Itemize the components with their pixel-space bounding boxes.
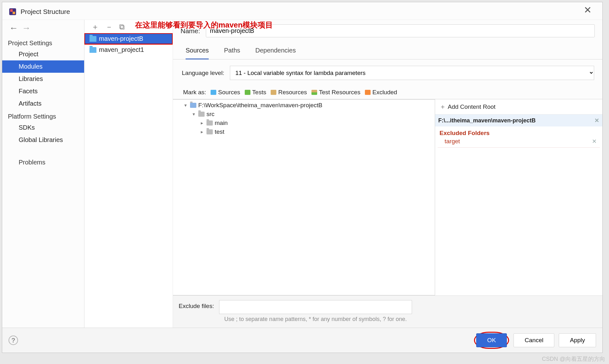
main-layout: ← → Project Settings Project Modules Lib… <box>2 20 602 328</box>
tab-dependencies[interactable]: Dependencies <box>255 46 296 59</box>
module-folder-icon <box>89 47 96 53</box>
module-tabs: Sources Paths Dependencies <box>173 40 602 59</box>
language-level-select[interactable]: 11 - Local variable syntax for lambda pa… <box>230 66 594 80</box>
mark-excluded-button[interactable]: Excluded <box>365 89 397 96</box>
plus-icon: ＋ <box>440 102 446 111</box>
mark-test-resources-button[interactable]: Test Resources <box>311 89 360 96</box>
mark-as-label: Mark as: <box>183 89 206 96</box>
forward-icon[interactable]: → <box>22 23 31 33</box>
close-icon[interactable]: ✕ <box>580 4 595 16</box>
mark-as-toolbar: Mark as: Sources Tests Resources Test Re… <box>173 83 602 99</box>
apply-button[interactable]: Apply <box>559 333 596 347</box>
module-name-input[interactable] <box>206 24 595 37</box>
exclude-files-row: Exclude files: Use ; to separate name pa… <box>173 295 602 328</box>
tree-main[interactable]: ▸ main <box>173 119 435 127</box>
app-icon <box>8 7 17 16</box>
module-label: maven_project1 <box>99 46 144 53</box>
chevron-right-icon[interactable]: ▸ <box>200 129 205 135</box>
folder-icon <box>311 90 317 95</box>
platform-settings-header: Platform Settings <box>2 110 84 121</box>
watermark: CSDN @向着五星的方向 <box>542 355 605 363</box>
source-tree[interactable]: ▾ F:\WorkSpace\itheima_maven\maven-proje… <box>173 99 435 295</box>
remove-content-root-icon[interactable]: ✕ <box>594 117 599 124</box>
sources-content: ▾ F:\WorkSpace\itheima_maven\maven-proje… <box>173 99 602 295</box>
svg-rect-2 <box>13 12 15 14</box>
project-structure-window: Project Structure ✕ ← → Project Settings… <box>2 2 603 353</box>
module-folder-icon <box>89 36 96 42</box>
module-name-row: Name: <box>173 20 602 40</box>
exclude-files-label: Exclude files: <box>179 300 214 310</box>
ok-highlight: OK <box>474 332 509 349</box>
add-module-icon[interactable]: ＋ <box>91 23 99 31</box>
excluded-item-target[interactable]: target ✕ <box>438 137 600 148</box>
module-item-maven-projectb[interactable]: maven-projectB <box>84 33 173 44</box>
sidebar-item-sdks[interactable]: SDKs <box>2 121 84 134</box>
mark-resources-button[interactable]: Resources <box>271 89 307 96</box>
tree-root[interactable]: ▾ F:\WorkSpace\itheima_maven\maven-proje… <box>173 101 435 110</box>
folder-icon <box>190 103 196 108</box>
tab-sources[interactable]: Sources <box>186 46 209 59</box>
excluded-folders-header: Excluded Folders <box>435 126 602 137</box>
exclude-files-hint: Use ; to separate name patterns, * for a… <box>219 314 412 326</box>
remove-module-icon[interactable]: － <box>105 23 113 31</box>
content-root-panel: ＋ Add Content Root F:\...itheima_maven\m… <box>435 99 602 295</box>
project-settings-header: Project Settings <box>2 36 84 48</box>
back-icon[interactable]: ← <box>9 23 18 33</box>
content-root-path[interactable]: F:\...itheima_maven\maven-projectB ✕ <box>435 114 602 126</box>
help-icon[interactable]: ? <box>9 336 18 345</box>
modules-list-panel: ＋ － ⧉ 在这里能够看到要导入的maven模块项目 maven-project… <box>84 20 173 328</box>
folder-icon <box>365 90 371 95</box>
remove-excluded-icon[interactable]: ✕ <box>592 138 597 145</box>
sidebar-item-facets[interactable]: Facets <box>2 85 84 97</box>
chevron-right-icon[interactable]: ▸ <box>200 120 205 126</box>
language-level-row: Language level: 11 - Local variable synt… <box>173 59 602 83</box>
tab-paths[interactable]: Paths <box>224 46 240 59</box>
sidebar-item-libraries[interactable]: Libraries <box>2 73 84 85</box>
window-title: Project Structure <box>21 8 70 15</box>
folder-icon <box>271 90 276 95</box>
sidebar-item-artifacts[interactable]: Artifacts <box>2 97 84 110</box>
sidebar-item-problems[interactable]: Problems <box>2 156 84 167</box>
folder-icon <box>206 129 213 134</box>
settings-sidebar: ← → Project Settings Project Modules Lib… <box>2 20 84 328</box>
language-level-label: Language level: <box>182 70 224 77</box>
copy-module-icon[interactable]: ⧉ <box>119 23 125 31</box>
folder-icon <box>198 112 205 117</box>
dialog-footer: ? OK Cancel Apply <box>2 328 602 353</box>
cancel-button[interactable]: Cancel <box>514 333 554 347</box>
svg-rect-1 <box>10 9 13 12</box>
folder-icon <box>245 90 250 95</box>
nav-history: ← → <box>2 20 84 36</box>
module-item-maven-project1[interactable]: maven_project1 <box>84 44 173 55</box>
tree-src[interactable]: ▾ src <box>173 110 435 119</box>
sidebar-item-modules[interactable]: Modules <box>2 60 84 73</box>
module-label: maven-projectB <box>99 35 143 42</box>
sidebar-item-global-libraries[interactable]: Global Libraries <box>2 134 84 146</box>
titlebar: Project Structure ✕ <box>2 2 602 20</box>
name-label: Name: <box>181 27 200 35</box>
chevron-down-icon[interactable]: ▾ <box>183 102 188 108</box>
modules-list: maven-projectB maven_project1 <box>84 33 173 328</box>
mark-tests-button[interactable]: Tests <box>245 89 266 96</box>
mark-sources-button[interactable]: Sources <box>211 89 240 96</box>
exclude-files-input[interactable] <box>219 300 412 314</box>
modules-toolbar: ＋ － ⧉ 在这里能够看到要导入的maven模块项目 <box>84 20 173 33</box>
folder-icon <box>206 120 213 126</box>
sidebar-item-project[interactable]: Project <box>2 48 84 60</box>
chevron-down-icon[interactable]: ▾ <box>191 111 196 117</box>
ok-button[interactable]: OK <box>476 333 507 347</box>
folder-icon <box>211 90 216 95</box>
module-details-panel: Name: Sources Paths Dependencies Languag… <box>173 20 602 328</box>
tree-test[interactable]: ▸ test <box>173 127 435 136</box>
add-content-root-button[interactable]: ＋ Add Content Root <box>435 99 602 114</box>
